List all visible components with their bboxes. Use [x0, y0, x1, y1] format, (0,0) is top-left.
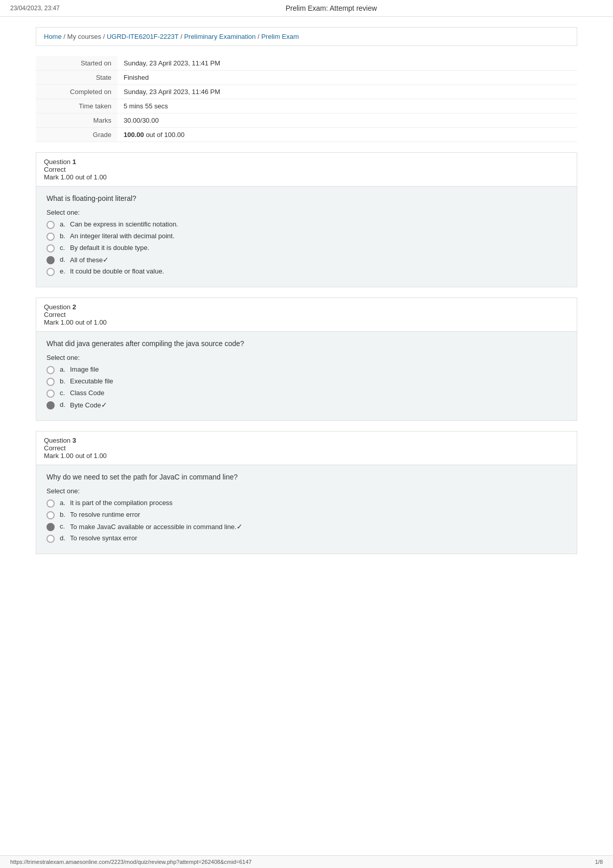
breadcrumb-course[interactable]: UGRD-ITE6201F-2223T — [107, 33, 179, 40]
question-text-1: What is floating-point literal? — [46, 194, 567, 202]
radio-1-3 — [46, 256, 55, 264]
option-letter-2-1: b. — [60, 377, 66, 385]
top-bar: 23/04/2023, 23:47 Prelim Exam: Attempt r… — [0, 0, 613, 17]
option-text-2-1: Executable file — [70, 377, 113, 385]
option-1-4: e. It could be double or float value. — [46, 267, 567, 276]
radio-1-2 — [46, 244, 55, 253]
option-letter-1-3: d. — [60, 256, 66, 263]
breadcrumb-home[interactable]: Home — [44, 33, 62, 40]
option-text-3-1: To resolve runtime error — [70, 511, 140, 518]
state-label: State — [36, 71, 117, 85]
option-3-3: d. To resolve syntax error — [46, 534, 567, 543]
marks-value: 30.00/30.00 — [117, 113, 577, 128]
option-letter-3-3: d. — [60, 534, 66, 542]
option-letter-1-2: c. — [60, 244, 66, 252]
radio-2-2 — [46, 390, 55, 398]
question-mark-1: Mark 1.00 out of 1.00 — [44, 173, 569, 181]
option-text-2-0: Image file — [70, 366, 99, 373]
radio-2-3 — [46, 401, 55, 409]
select-one-label-3: Select one: — [46, 487, 567, 495]
radio-1-1 — [46, 233, 55, 241]
question-status-1: Correct — [44, 166, 569, 173]
question-number-2: Question 2 — [44, 303, 569, 311]
option-text-3-2: To make JavaC available or accessible in… — [70, 522, 243, 531]
summary-time-taken-row: Time taken 5 mins 55 secs — [36, 99, 577, 113]
grade-label: Grade — [36, 128, 117, 142]
radio-2-1 — [46, 378, 55, 386]
summary-started-on-row: Started on Sunday, 23 April 2023, 11:41 … — [36, 56, 577, 71]
question-1-body: What is floating-point literal? Select o… — [36, 187, 577, 287]
options-list-2: a. Image file b. Executable file c. Clas… — [46, 366, 567, 409]
breadcrumb: Home / My courses / UGRD-ITE6201F-2223T … — [36, 27, 577, 46]
option-letter-2-0: a. — [60, 366, 66, 373]
select-one-label-1: Select one: — [46, 209, 567, 216]
option-letter-2-3: d. — [60, 401, 66, 408]
option-text-1-1: An integer literal with decimal point. — [70, 232, 175, 240]
grade-value-bold: 100.00 — [124, 131, 144, 139]
select-one-label-2: Select one: — [46, 354, 567, 361]
summary-table: Started on Sunday, 23 April 2023, 11:41 … — [36, 56, 577, 142]
started-on-label: Started on — [36, 56, 117, 71]
option-text-3-0: It is part of the compilation process — [70, 499, 173, 507]
option-1-1: b. An integer literal with decimal point… — [46, 232, 567, 241]
option-text-1-2: By default it is double type. — [70, 244, 149, 252]
option-3-2: c. To make JavaC available or accessible… — [46, 522, 567, 531]
option-1-3: d. All of these✓ — [46, 256, 567, 264]
question-2-header: Question 2 Correct Mark 1.00 out of 1.00 — [36, 298, 577, 332]
question-number-3: Question 3 — [44, 437, 569, 444]
option-text-1-4: It could be double or float value. — [70, 267, 164, 275]
summary-grade-row: Grade 100.00 out of 100.00 — [36, 128, 577, 142]
question-text-2: What did java generates after compiling … — [46, 339, 567, 348]
radio-3-1 — [46, 511, 55, 519]
radio-1-4 — [46, 268, 55, 276]
breadcrumb-exam[interactable]: Prelim Exam — [261, 33, 299, 40]
grade-value: 100.00 out of 100.00 — [117, 128, 577, 142]
questions-container: Question 1 Correct Mark 1.00 out of 1.00… — [36, 152, 577, 554]
grade-suffix: out of 100.00 — [144, 131, 185, 139]
question-3-header: Question 3 Correct Mark 1.00 out of 1.00 — [36, 431, 577, 465]
page-title: Prelim Exam: Attempt review — [286, 4, 377, 12]
question-mark-3: Mark 1.00 out of 1.00 — [44, 452, 569, 460]
option-2-1: b. Executable file — [46, 377, 567, 386]
options-list-1: a. Can be express in scientific notation… — [46, 220, 567, 276]
option-1-0: a. Can be express in scientific notation… — [46, 220, 567, 229]
radio-3-2 — [46, 523, 55, 531]
completed-on-value: Sunday, 23 April 2023, 11:46 PM — [117, 85, 577, 99]
time-taken-label: Time taken — [36, 99, 117, 113]
option-letter-3-1: b. — [60, 511, 66, 518]
radio-3-3 — [46, 535, 55, 543]
option-text-1-0: Can be express in scientific notation. — [70, 220, 178, 228]
state-value: Finished — [117, 71, 577, 85]
option-3-1: b. To resolve runtime error — [46, 511, 567, 519]
question-number-1: Question 1 — [44, 158, 569, 166]
completed-on-label: Completed on — [36, 85, 117, 99]
question-status-3: Correct — [44, 444, 569, 452]
option-2-2: c. Class Code — [46, 389, 567, 398]
started-on-value: Sunday, 23 April 2023, 11:41 PM — [117, 56, 577, 71]
time-taken-value: 5 mins 55 secs — [117, 99, 577, 113]
radio-2-0 — [46, 366, 55, 374]
breadcrumb-sep2: / — [103, 33, 107, 40]
option-1-2: c. By default it is double type. — [46, 244, 567, 253]
option-text-2-3: Byte Code✓ — [70, 401, 107, 409]
breadcrumb-mycourses: My courses — [67, 33, 101, 40]
option-3-0: a. It is part of the compilation process — [46, 499, 567, 508]
summary-state-row: State Finished — [36, 71, 577, 85]
option-2-0: a. Image file — [46, 366, 567, 374]
option-2-3: d. Byte Code✓ — [46, 401, 567, 409]
option-letter-1-1: b. — [60, 232, 66, 240]
breadcrumb-sep1: / — [63, 33, 67, 40]
summary-marks-row: Marks 30.00/30.00 — [36, 113, 577, 128]
option-letter-2-2: c. — [60, 389, 66, 397]
radio-3-0 — [46, 499, 55, 508]
question-mark-2: Mark 1.00 out of 1.00 — [44, 318, 569, 326]
option-letter-3-0: a. — [60, 499, 66, 507]
option-letter-1-4: e. — [60, 267, 66, 275]
radio-1-0 — [46, 221, 55, 229]
question-2-body: What did java generates after compiling … — [36, 332, 577, 421]
question-3-body: Why do we need to set the path for JavaC… — [36, 465, 577, 554]
datetime: 23/04/2023, 23:47 — [10, 5, 60, 12]
question-status-2: Correct — [44, 311, 569, 318]
summary-completed-on-row: Completed on Sunday, 23 April 2023, 11:4… — [36, 85, 577, 99]
breadcrumb-exam-section[interactable]: Preliminary Examination — [184, 33, 255, 40]
